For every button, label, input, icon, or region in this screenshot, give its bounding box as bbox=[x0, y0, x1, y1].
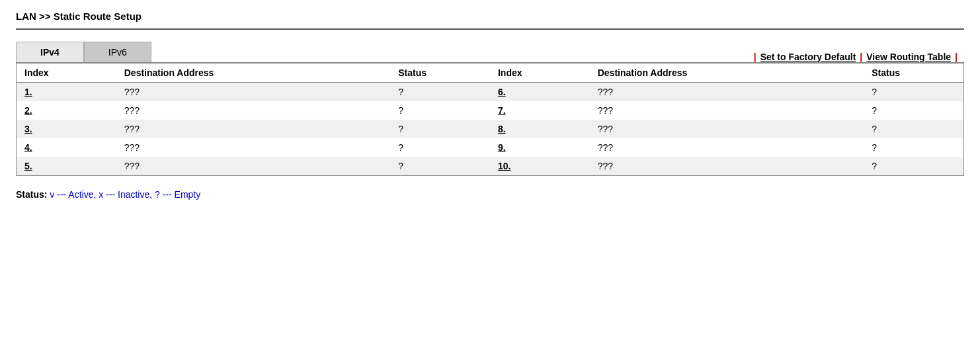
header-index-1: Index bbox=[17, 64, 116, 83]
cell-dest-1: ??? bbox=[116, 101, 391, 120]
cell-dest-2: ??? bbox=[590, 120, 864, 138]
cell-status-2: ? bbox=[864, 83, 963, 102]
table-row: 5.????10.???? bbox=[17, 157, 963, 175]
cell-status-2: ? bbox=[864, 157, 963, 175]
cell-status-2: ? bbox=[864, 120, 963, 138]
route-link-3[interactable]: 3. bbox=[24, 124, 32, 134]
cell-status-1: ? bbox=[390, 157, 490, 175]
header-status-2: Status bbox=[864, 64, 963, 83]
route-link-1[interactable]: 1. bbox=[24, 87, 32, 97]
legend-text: v --- Active, x --- Inactive, ? --- Empt… bbox=[47, 189, 200, 200]
main-table-wrapper: Index Destination Address Status Index D… bbox=[16, 63, 964, 176]
route-link-7[interactable]: 7. bbox=[498, 105, 506, 116]
cell-dest-1: ??? bbox=[116, 83, 391, 102]
cell-index-2: 6. bbox=[490, 83, 590, 102]
table-row: 3.????8.???? bbox=[17, 120, 963, 138]
route-link-9[interactable]: 9. bbox=[498, 142, 506, 153]
tab-ipv6[interactable]: IPv6 bbox=[84, 42, 151, 62]
title-divider bbox=[16, 28, 964, 30]
cell-status-1: ? bbox=[390, 83, 490, 102]
cell-index-1: 2. bbox=[17, 101, 116, 120]
cell-dest-2: ??? bbox=[590, 101, 864, 120]
cell-index-1: 3. bbox=[17, 120, 116, 138]
cell-index-2: 9. bbox=[490, 138, 590, 157]
route-link-10[interactable]: 10. bbox=[498, 161, 510, 171]
table-row: 4.????9.???? bbox=[17, 138, 963, 157]
cell-status-1: ? bbox=[390, 101, 490, 120]
cell-index-1: 1. bbox=[17, 83, 116, 102]
table-row: 2.????7.???? bbox=[17, 101, 963, 120]
cell-dest-2: ??? bbox=[590, 138, 864, 157]
tab-actions: | Set to Factory Default | View Routing … bbox=[750, 52, 964, 62]
view-routing-table-link[interactable]: View Routing Table bbox=[866, 52, 951, 62]
cell-status-1: ? bbox=[390, 138, 490, 157]
table-row: 1.????6.???? bbox=[17, 83, 963, 102]
cell-dest-1: ??? bbox=[116, 157, 391, 175]
cell-dest-2: ??? bbox=[590, 157, 864, 175]
pipe-icon-1: | bbox=[754, 52, 756, 62]
route-link-5[interactable]: 5. bbox=[24, 161, 32, 171]
table-header-row: Index Destination Address Status Index D… bbox=[17, 64, 963, 83]
route-link-2[interactable]: 2. bbox=[24, 105, 32, 116]
legend-label: Status: bbox=[16, 189, 47, 200]
pipe-icon-3: | bbox=[955, 52, 958, 62]
header-index-2: Index bbox=[490, 64, 590, 83]
factory-default-link[interactable]: Set to Factory Default bbox=[760, 52, 856, 62]
route-link-4[interactable]: 4. bbox=[24, 142, 32, 153]
route-link-8[interactable]: 8. bbox=[498, 124, 506, 134]
header-status-1: Status bbox=[390, 64, 490, 83]
cell-index-2: 8. bbox=[490, 120, 590, 138]
route-table: Index Destination Address Status Index D… bbox=[17, 64, 963, 175]
route-link-6[interactable]: 6. bbox=[498, 87, 506, 97]
cell-status-2: ? bbox=[864, 138, 963, 157]
cell-status-1: ? bbox=[390, 120, 490, 138]
cell-status-2: ? bbox=[864, 101, 963, 120]
cell-dest-2: ??? bbox=[590, 83, 864, 102]
cell-index-1: 4. bbox=[17, 138, 116, 157]
cell-index-2: 10. bbox=[490, 157, 590, 175]
cell-index-2: 7. bbox=[490, 101, 590, 120]
cell-index-1: 5. bbox=[17, 157, 116, 175]
pipe-icon-2: | bbox=[860, 52, 862, 62]
page-title: LAN >> Static Route Setup bbox=[16, 11, 964, 22]
header-dest-1: Destination Address bbox=[116, 64, 391, 83]
header-dest-2: Destination Address bbox=[590, 64, 864, 83]
cell-dest-1: ??? bbox=[116, 138, 391, 157]
tab-bar-row: IPv4 IPv6 | Set to Factory Default | Vie… bbox=[16, 42, 964, 63]
status-legend: Status: v --- Active, x --- Inactive, ? … bbox=[16, 189, 964, 200]
cell-dest-1: ??? bbox=[116, 120, 391, 138]
tab-ipv4[interactable]: IPv4 bbox=[16, 42, 84, 62]
